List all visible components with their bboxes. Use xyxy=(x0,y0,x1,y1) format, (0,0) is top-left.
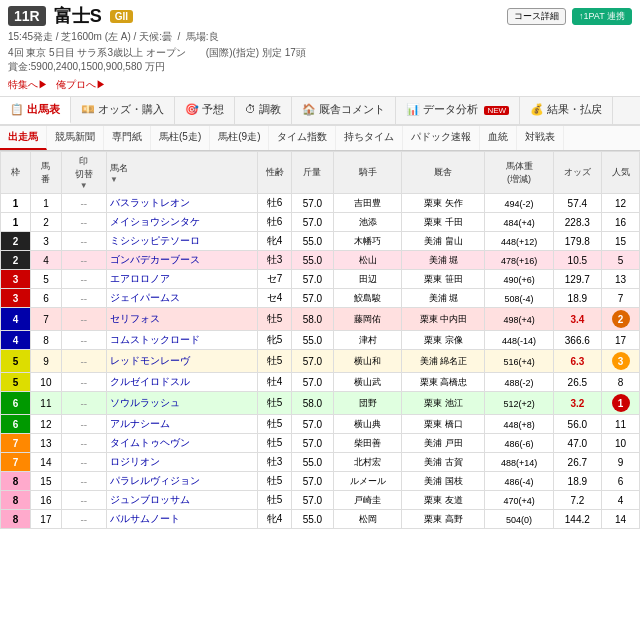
shirushi-cell[interactable]: -- xyxy=(61,331,106,350)
horse-name-cell[interactable]: ジェイパームス xyxy=(106,289,257,308)
waku-cell: 7 xyxy=(1,453,31,472)
umaban-cell: 4 xyxy=(31,251,61,270)
sub-keibashimbun[interactable]: 競馬新聞 xyxy=(47,126,104,150)
taijuu-cell: 486(-6) xyxy=(485,434,553,453)
table-row: 8 15 -- パラレルヴィジョン 牡5 57.0 ルメール 美浦 国枝 486… xyxy=(1,472,640,491)
horse-name[interactable]: タイムトゥヘヴン xyxy=(110,437,190,448)
tab-odds[interactable]: 💴 オッズ・購入 xyxy=(71,97,175,124)
sub-taisen[interactable]: 対戦表 xyxy=(517,126,564,150)
shirushi-cell[interactable]: -- xyxy=(61,213,106,232)
horse-name[interactable]: メイショウシンタケ xyxy=(110,216,200,227)
th-meimei[interactable]: 馬名▼ xyxy=(106,152,257,194)
shirushi-cell[interactable]: -- xyxy=(61,453,106,472)
sub-paddock[interactable]: パドック速報 xyxy=(403,126,480,150)
horse-name[interactable]: バルサムノート xyxy=(110,513,180,524)
odds-cell: 26.5 xyxy=(553,373,601,392)
sub-bashira5[interactable]: 馬柱(5走) xyxy=(151,126,210,150)
table-row: 3 6 -- ジェイパームス セ4 57.0 鮫島駿 美浦 堀 508(-4) … xyxy=(1,289,640,308)
tab-chokyo[interactable]: ⏱ 調教 xyxy=(235,97,292,124)
shirushi-cell[interactable]: -- xyxy=(61,415,106,434)
shirushi-cell[interactable]: -- xyxy=(61,491,106,510)
horse-name-cell[interactable]: タイムトゥヘヴン xyxy=(106,434,257,453)
horse-name[interactable]: ロジリオン xyxy=(110,456,160,467)
horse-name-cell[interactable]: セリフォス xyxy=(106,308,257,331)
ryou-cell: 55.0 xyxy=(291,251,333,270)
ninkii-cell: 9 xyxy=(602,453,640,472)
shirushi-cell[interactable]: -- xyxy=(61,289,106,308)
tab-shutsubahyo[interactable]: 📋 出馬表 xyxy=(0,97,71,124)
horse-name-cell[interactable]: クルゼイロドスル xyxy=(106,373,257,392)
horse-name-cell[interactable]: アルナシーム xyxy=(106,415,257,434)
tokushu-link[interactable]: 特集へ▶ xyxy=(8,78,48,92)
horse-name[interactable]: クルゼイロドスル xyxy=(110,376,190,387)
ninkii-cell: 3 xyxy=(602,350,640,373)
shirushi-cell[interactable]: -- xyxy=(61,270,106,289)
horse-name-cell[interactable]: メイショウシンタケ xyxy=(106,213,257,232)
horse-name[interactable]: コムストックロード xyxy=(110,334,200,345)
shirushi-cell[interactable]: -- xyxy=(61,373,106,392)
horse-name[interactable]: パラレルヴィジョン xyxy=(110,475,200,486)
tab-kekka[interactable]: 💰 結果・払戻 xyxy=(520,97,613,124)
ryou-cell: 57.0 xyxy=(291,350,333,373)
waku-cell: 6 xyxy=(1,415,31,434)
shirushi-cell[interactable]: -- xyxy=(61,251,106,270)
sub-shutsubama[interactable]: 出走馬 xyxy=(0,126,47,150)
ryou-cell: 55.0 xyxy=(291,331,333,350)
sub-senmonshi[interactable]: 専門紙 xyxy=(104,126,151,150)
horse-name-cell[interactable]: ロジリオン xyxy=(106,453,257,472)
sub-blood[interactable]: 血統 xyxy=(480,126,517,150)
orepro-link[interactable]: 俺プロへ▶ xyxy=(56,78,106,92)
horse-name-cell[interactable]: ゴンバデカーブース xyxy=(106,251,257,270)
ipat-button[interactable]: ↑1PAT 連携 xyxy=(572,8,632,25)
kyusha-cell: 栗東 高野 xyxy=(402,510,485,529)
shirushi-cell[interactable]: -- xyxy=(61,510,106,529)
horse-name[interactable]: エアロロノア xyxy=(110,273,170,284)
tab-data[interactable]: 📊 データ分析 NEW xyxy=(396,97,520,124)
horse-name[interactable]: レッドモンレーヴ xyxy=(110,355,190,366)
horse-name[interactable]: ゴンバデカーブース xyxy=(110,254,200,265)
horse-name[interactable]: ミシシッピテソーロ xyxy=(110,235,200,246)
seibai-cell: 牝5 xyxy=(258,331,291,350)
horse-name[interactable]: バスラットレオン xyxy=(110,197,190,208)
header: 11R 富士S GII コース詳細 ↑1PAT 連携 15:45発走 / 芝16… xyxy=(0,0,640,97)
horse-name[interactable]: ジェイパームス xyxy=(110,292,180,303)
sub-mochitaim[interactable]: 持ちタイム xyxy=(336,126,403,150)
horse-name-cell[interactable]: バルサムノート xyxy=(106,510,257,529)
seibai-cell: 牡5 xyxy=(258,415,291,434)
horse-name-cell[interactable]: エアロロノア xyxy=(106,270,257,289)
horse-name[interactable]: ソウルラッシュ xyxy=(110,397,180,408)
sub-bashira9[interactable]: 馬柱(9走) xyxy=(210,126,269,150)
horse-name[interactable]: アルナシーム xyxy=(110,418,170,429)
waku-cell: 2 xyxy=(1,251,31,270)
ninkii-cell: 10 xyxy=(602,434,640,453)
tab-kyusha[interactable]: 🏠 厩舎コメント xyxy=(292,97,396,124)
horse-name-cell[interactable]: ミシシッピテソーロ xyxy=(106,232,257,251)
horse-name-cell[interactable]: レッドモンレーヴ xyxy=(106,350,257,373)
th-shirushi[interactable]: 印切替▼ xyxy=(61,152,106,194)
horse-name-cell[interactable]: ソウルラッシュ xyxy=(106,392,257,415)
waku-cell: 3 xyxy=(1,289,31,308)
course-detail-button[interactable]: コース詳細 xyxy=(507,8,566,25)
horse-name-cell[interactable]: コムストックロード xyxy=(106,331,257,350)
tab-yoso[interactable]: 🎯 予想 xyxy=(175,97,235,124)
shirushi-cell[interactable]: -- xyxy=(61,472,106,491)
horse-name-cell[interactable]: ジュンブロッサム xyxy=(106,491,257,510)
shirushi-cell[interactable]: -- xyxy=(61,392,106,415)
th-kishu: 騎手 xyxy=(334,152,402,194)
race-prize: 賞金:5900,2400,1500,900,580 万円 xyxy=(8,60,632,74)
shirushi-cell[interactable]: -- xyxy=(61,194,106,213)
shirushi-cell[interactable]: -- xyxy=(61,308,106,331)
kishu-cell: ルメール xyxy=(334,472,402,491)
horse-name[interactable]: セリフォス xyxy=(110,313,160,324)
shirushi-cell[interactable]: -- xyxy=(61,350,106,373)
shirushi-cell[interactable]: -- xyxy=(61,232,106,251)
kishu-cell: 松岡 xyxy=(334,510,402,529)
horse-name-cell[interactable]: バスラットレオン xyxy=(106,194,257,213)
shirushi-cell[interactable]: -- xyxy=(61,434,106,453)
horse-name[interactable]: ジュンブロッサム xyxy=(110,494,190,505)
th-seibai: 性齢 xyxy=(258,152,291,194)
horse-name-cell[interactable]: パラレルヴィジョン xyxy=(106,472,257,491)
kyusha-cell: 美浦 畠山 xyxy=(402,232,485,251)
umaban-cell: 8 xyxy=(31,331,61,350)
sub-timeindex[interactable]: タイム指数 xyxy=(269,126,336,150)
